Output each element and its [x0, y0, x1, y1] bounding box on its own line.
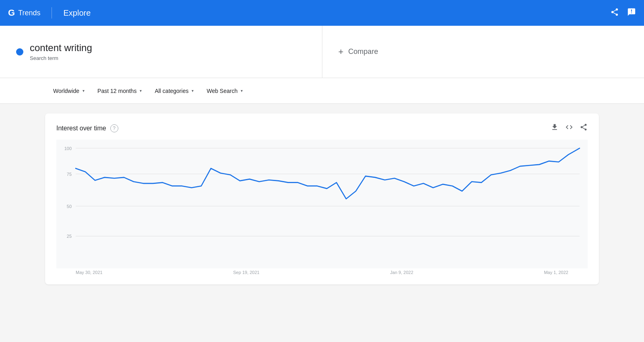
feedback-icon[interactable]	[627, 8, 636, 19]
term-name: content writing	[30, 42, 92, 54]
region-chevron-icon: ▾	[83, 89, 85, 93]
card-title: Interest over time	[56, 125, 106, 132]
categories-chevron-icon: ▾	[192, 89, 194, 93]
svg-rect-0	[56, 140, 588, 268]
compare-box[interactable]: + Compare	[322, 26, 644, 78]
header-right	[610, 8, 636, 19]
interest-over-time-card: Interest over time ?	[45, 113, 599, 284]
header-divider	[52, 7, 52, 19]
header: G Trends Explore	[0, 0, 644, 26]
categories-label: All categories	[155, 88, 188, 94]
time-range-label: Past 12 months	[97, 88, 136, 94]
chart-container: 100 75 50 25	[56, 140, 588, 268]
x-label-3: Jan 9, 2022	[390, 270, 413, 275]
svg-text:50: 50	[67, 204, 72, 208]
x-label-2: Sep 19, 2021	[233, 270, 259, 275]
search-type-label: Web Search	[206, 88, 237, 94]
term-info: content writing Search term	[30, 42, 92, 61]
share-icon[interactable]	[610, 8, 619, 19]
card-title-group: Interest over time ?	[56, 124, 118, 132]
search-term-box: content writing Search term	[0, 26, 322, 78]
plus-icon: +	[339, 47, 344, 57]
x-axis-labels: May 30, 2021 Sep 19, 2021 Jan 9, 2022 Ma…	[56, 268, 588, 275]
card-header: Interest over time ?	[56, 123, 588, 133]
region-label: Worldwide	[53, 88, 79, 94]
help-icon[interactable]: ?	[110, 124, 118, 132]
svg-text:75: 75	[67, 171, 72, 176]
term-dot	[16, 48, 23, 56]
card-actions	[551, 123, 588, 133]
time-range-filter[interactable]: Past 12 months ▾	[93, 84, 147, 97]
compare-label: Compare	[348, 47, 378, 56]
x-label-1: May 30, 2021	[76, 270, 103, 275]
header-left: G Trends Explore	[8, 7, 91, 19]
x-label-4: May 1, 2022	[544, 270, 568, 275]
region-filter[interactable]: Worldwide ▾	[48, 84, 89, 97]
chart-svg: 100 75 50 25	[56, 140, 588, 268]
search-type-chevron-icon: ▾	[241, 89, 243, 93]
google-trends-logo: G Trends	[8, 8, 40, 18]
explore-label: Explore	[63, 8, 91, 18]
svg-text:25: 25	[67, 234, 72, 239]
share-chart-icon[interactable]	[580, 123, 588, 133]
filter-bar: Worldwide ▾ Past 12 months ▾ All categor…	[0, 78, 644, 104]
time-range-chevron-icon: ▾	[140, 89, 142, 93]
categories-filter[interactable]: All categories ▾	[150, 84, 198, 97]
search-area: content writing Search term + Compare	[0, 26, 644, 78]
logo-trends-text: Trends	[18, 9, 40, 17]
term-type: Search term	[30, 55, 92, 61]
svg-text:100: 100	[64, 146, 72, 150]
embed-icon[interactable]	[565, 123, 573, 133]
download-icon[interactable]	[551, 123, 559, 133]
main-content: Interest over time ?	[0, 104, 644, 342]
search-type-filter[interactable]: Web Search ▾	[202, 84, 248, 97]
logo-g-letter: G	[8, 8, 15, 18]
